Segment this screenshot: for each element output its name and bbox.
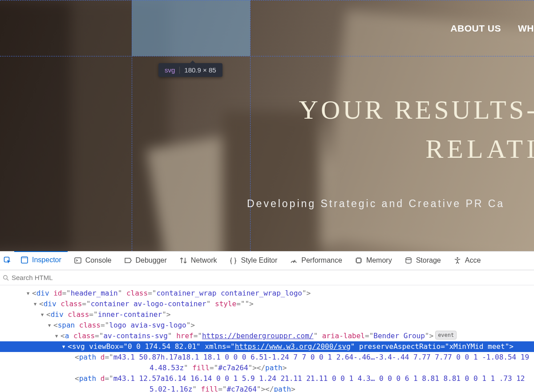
node-markup: <path d="m43.1 12.57a16.14 16.14 0 0 1 5… bbox=[75, 373, 525, 392]
node-markup: <div id="header_main" class="container_w… bbox=[32, 288, 311, 299]
inspector-guide-horizontal bbox=[0, 0, 534, 0]
event-listener-badge[interactable]: event bbox=[435, 331, 457, 340]
dom-node-div-header-main[interactable]: ▾ <div id="header_main" class="container… bbox=[0, 288, 534, 299]
storage-icon bbox=[405, 256, 413, 264]
tab-label: Memory bbox=[366, 256, 392, 264]
tab-style-editor[interactable]: Style Editor bbox=[223, 252, 283, 270]
console-icon bbox=[74, 256, 82, 264]
tab-label: Acce bbox=[465, 256, 481, 264]
tab-performance[interactable]: Performance bbox=[283, 252, 348, 270]
element-picker-button[interactable] bbox=[1, 252, 14, 270]
dom-node-path-2[interactable]: <path d="m43.1 12.57a16.14 16.14 0 0 1 5… bbox=[0, 373, 534, 392]
dom-search-input[interactable] bbox=[12, 274, 531, 281]
tab-accessibility[interactable]: Acce bbox=[447, 252, 487, 270]
dom-node-div-container[interactable]: ▾ <div class="container av-logo-containe… bbox=[0, 299, 534, 309]
tooltip-dimensions: 180.9 × 85 bbox=[184, 66, 216, 74]
inspected-page: svg 180.9 × 85 ABOUT US WH YOUR RESULTS-… bbox=[0, 0, 534, 251]
twisty-icon[interactable]: ▾ bbox=[32, 299, 38, 309]
tab-console[interactable]: Console bbox=[68, 252, 118, 270]
tab-debugger[interactable]: Debugger bbox=[118, 252, 173, 270]
performance-icon bbox=[290, 256, 298, 264]
node-markup: <svg viewBox="0 0 174.54 82.01" xmlns="h… bbox=[68, 341, 514, 352]
inspector-element-tooltip: svg 180.9 × 85 bbox=[158, 63, 222, 77]
debugger-icon bbox=[124, 256, 132, 264]
svg-point-7 bbox=[457, 257, 458, 259]
nav-link-who[interactable]: WH bbox=[518, 23, 534, 34]
inspector-guide-horizontal bbox=[0, 56, 534, 56]
hero-title-line2: RELATION bbox=[214, 130, 534, 168]
tab-network[interactable]: Network bbox=[173, 252, 223, 270]
accessibility-icon bbox=[453, 256, 461, 264]
tab-label: Debugger bbox=[136, 256, 167, 264]
node-markup: <a class="av-contains-svg" href="https:/… bbox=[61, 331, 433, 341]
svg-point-6 bbox=[406, 257, 411, 259]
site-nav: ABOUT US WH bbox=[450, 23, 534, 34]
dom-node-span-logo[interactable]: ▾ <span class="logo avia-svg-logo"> bbox=[0, 320, 534, 331]
tab-label: Storage bbox=[416, 256, 441, 264]
svg-rect-5 bbox=[356, 258, 361, 263]
twisty-icon[interactable]: ▾ bbox=[39, 309, 45, 320]
devtools-panel: Inspector Console Debugger Network bbox=[0, 251, 534, 392]
svg-rect-2 bbox=[21, 257, 28, 259]
element-picker-icon bbox=[4, 256, 12, 264]
hero-subtitle: Developing Strategic and Creative PR Ca bbox=[247, 198, 505, 210]
style-editor-icon bbox=[229, 256, 237, 264]
inspector-guide-vertical bbox=[250, 0, 251, 251]
search-icon bbox=[3, 275, 9, 281]
dom-node-path-1[interactable]: <path d="m43.1 50.87h.17a18.1 18.1 0 0 0… bbox=[0, 352, 534, 373]
node-markup: <path d="m43.1 50.87h.17a18.1 18.1 0 0 0… bbox=[75, 352, 529, 373]
tab-storage[interactable]: Storage bbox=[398, 252, 447, 270]
inspector-icon bbox=[20, 256, 28, 264]
twisty-icon[interactable]: ▾ bbox=[53, 331, 60, 341]
memory-icon bbox=[355, 256, 363, 264]
dom-search-bar bbox=[0, 270, 534, 285]
tab-memory[interactable]: Memory bbox=[348, 252, 398, 270]
inspector-highlight-box bbox=[132, 0, 250, 56]
hero-title-line1: YOUR RESULTS-O bbox=[299, 95, 534, 124]
tooltip-separator bbox=[179, 67, 180, 74]
tab-inspector[interactable]: Inspector bbox=[14, 252, 68, 270]
svg-point-4 bbox=[293, 261, 295, 263]
tab-label: Inspector bbox=[32, 256, 61, 264]
dom-node-svg-selected[interactable]: ▾ <svg viewBox="0 0 174.54 82.01" xmlns=… bbox=[0, 341, 534, 352]
network-icon bbox=[179, 257, 187, 264]
tab-label: Style Editor bbox=[241, 256, 277, 264]
twisty-icon[interactable]: ▾ bbox=[25, 288, 31, 299]
dom-node-a-logo-link[interactable]: ▾ <a class="av-contains-svg" href="https… bbox=[0, 331, 534, 341]
tooltip-tagname: svg bbox=[165, 66, 175, 74]
twisty-icon[interactable]: ▾ bbox=[61, 341, 67, 352]
twisty-icon[interactable]: ▾ bbox=[46, 320, 53, 331]
inspector-guide-vertical bbox=[132, 0, 132, 251]
svg-point-8 bbox=[4, 275, 7, 279]
node-markup: <div class="inner-container"> bbox=[46, 309, 170, 320]
nav-link-about[interactable]: ABOUT US bbox=[450, 23, 501, 34]
node-markup: <div class="container av-logo-container"… bbox=[39, 299, 254, 309]
devtools-tabbar: Inspector Console Debugger Network bbox=[0, 252, 534, 270]
dom-tree[interactable]: ▾ <div id="header_main" class="container… bbox=[0, 285, 534, 392]
tab-label: Network bbox=[191, 256, 217, 264]
tab-label: Performance bbox=[301, 256, 342, 264]
hero-title: YOUR RESULTS-O RELATION bbox=[214, 91, 534, 168]
dom-node-div-inner[interactable]: ▾ <div class="inner-container"> bbox=[0, 309, 534, 320]
node-markup: <span class="logo avia-svg-logo"> bbox=[53, 320, 195, 331]
tab-label: Console bbox=[85, 256, 112, 264]
